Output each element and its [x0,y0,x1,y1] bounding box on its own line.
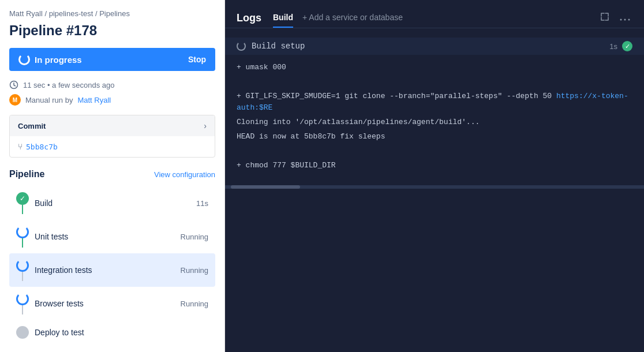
logs-body[interactable]: Build setup 1s ✓ + umask 000 + GIT_LFS_S… [225,28,644,352]
duration-text: 11 sec • a few seconds ago [23,81,115,89]
step-status-browser-tests: Running [181,299,208,308]
log-clone-url[interactable]: https://x-token-auth:$RE [237,92,628,113]
step-icon-area-integration-tests [16,259,29,281]
progress-label: In progress [35,55,82,65]
pipeline-step-deploy-to-test[interactable]: Deploy to test [9,320,215,344]
step-connector-integration-tests [22,272,23,281]
breadcrumb-repo[interactable]: pipelines-test [49,9,93,18]
step-icon-area-deploy [16,326,29,339]
logs-header-left: Logs Build + Add a service or database [237,8,403,28]
pipeline-steps: ✓ Build 11s Unit tests Running [9,186,215,344]
running-icon-unit-tests [16,226,29,238]
step-icon-area-browser-tests [16,293,29,314]
log-check-icon: ✓ [622,41,632,51]
step-connector-unit-tests [22,238,23,248]
log-section-spinner-icon [237,42,246,51]
logs-title: Logs [237,12,261,24]
commit-body: ⑂ 5bb8c7b [10,136,215,157]
step-info-integration-tests: Integration tests Running [35,265,208,275]
log-section-build-setup: Build setup 1s ✓ + umask 000 + GIT_LFS_S… [225,38,644,181]
step-connector-browser-tests [22,305,23,314]
clock-icon [9,80,18,89]
pipeline-step-build[interactable]: ✓ Build 11s [9,186,215,220]
tab-add-service[interactable]: + Add a service or database [302,8,403,28]
step-connector-build [22,205,23,214]
step-name-integration-tests: Integration tests [35,265,92,275]
log-line-spacer-1 [237,76,632,88]
log-line-spacer-2 [237,145,632,158]
more-options-icon[interactable] [617,10,632,25]
step-info-unit-tests: Unit tests Running [35,232,208,241]
progress-spinner-icon [18,54,30,65]
step-info-deploy: Deploy to test [35,328,208,337]
horizontal-scrollbar[interactable] [225,185,644,189]
step-status-integration-tests: Running [181,266,208,275]
running-icon-integration-tests [16,259,29,272]
logs-header-actions [598,10,632,26]
scrollbar-thumb [231,185,300,189]
commit-hash[interactable]: 5bb8c7b [26,143,58,151]
pipeline-header: Pipeline View configuration [9,169,215,179]
logs-tabs: Build + Add a service or database [273,8,403,28]
pipeline-step-integration-tests[interactable]: Integration tests Running [9,253,215,287]
chevron-right-icon: › [204,121,207,130]
left-panel: Matt Ryall / pipelines-test / Pipelines … [0,0,225,352]
log-line-5: + chmod 777 $BUILD_DIR [237,160,632,172]
pipeline-section: Pipeline View configuration ✓ Build 11s [9,169,215,344]
step-status-unit-tests: Running [181,233,208,241]
log-duration: 1s [609,42,617,51]
run-by-prefix: Manual run by [25,96,73,104]
commit-header[interactable]: Commit › [10,115,215,136]
commit-section: Commit › ⑂ 5bb8c7b [9,115,215,158]
log-section-time-build-setup: 1s ✓ [609,41,632,51]
log-section-name: Build setup [252,42,305,51]
step-name-deploy: Deploy to test [35,328,84,337]
step-info-browser-tests: Browser tests Running [35,299,208,308]
success-icon: ✓ [16,192,29,205]
view-configuration-link[interactable]: View configuration [154,170,215,179]
step-name-build: Build [35,199,53,208]
duration-row: 11 sec • a few seconds ago [9,80,215,89]
git-branch-icon: ⑂ [18,142,23,151]
page-title: Pipeline #178 [9,23,215,39]
run-by-user[interactable]: Matt Ryall [77,96,111,104]
log-content-build-setup: + umask 000 + GIT_LFS_SKIP_SMUDGE=1 git … [225,55,644,181]
step-time-build: 11s [196,199,208,208]
stop-button[interactable]: Stop [188,55,206,64]
log-section-title-build-setup: Build setup [237,42,305,51]
log-line-3: Cloning into '/opt/atlassian/pipelines/a… [237,117,632,129]
pipeline-step-browser-tests[interactable]: Browser tests Running [9,287,215,320]
step-name-unit-tests: Unit tests [35,232,68,241]
progress-bar[interactable]: In progress Stop [9,48,215,71]
pipeline-label: Pipeline [9,169,44,179]
progress-left: In progress [18,54,82,65]
breadcrumb-user[interactable]: Matt Ryall [9,9,43,18]
expand-icon[interactable] [598,10,612,26]
step-info-build: Build 11s [35,199,208,208]
svg-point-3 [628,19,630,21]
pending-icon-deploy [16,326,29,339]
svg-point-2 [624,19,626,21]
step-icon-area-build: ✓ [16,192,29,214]
log-line-4: HEAD is now at 5bb8c7b fix sleeps [237,131,632,143]
tab-build[interactable]: Build [273,8,293,28]
logs-header: Logs Build + Add a service or database [225,0,644,28]
step-name-browser-tests: Browser tests [35,299,84,308]
run-by-row: M Manual run by Matt Ryall [9,94,215,106]
pipeline-step-unit-tests[interactable]: Unit tests Running [9,220,215,253]
right-panel: Logs Build + Add a service or database [225,0,644,352]
commit-label: Commit [18,122,46,130]
breadcrumb: Matt Ryall / pipelines-test / Pipelines [9,9,215,18]
avatar: M [9,94,21,106]
meta-info: 11 sec • a few seconds ago M Manual run … [9,80,215,106]
log-section-header-build-setup[interactable]: Build setup 1s ✓ [225,38,644,55]
svg-point-1 [620,19,622,21]
running-icon-browser-tests [16,293,29,305]
log-line-1: + umask 000 [237,62,632,74]
log-line-2: + GIT_LFS_SKIP_SMUDGE=1 git clone --bran… [237,91,632,115]
breadcrumb-section: Pipelines [99,9,130,18]
step-icon-area-unit-tests [16,226,29,248]
